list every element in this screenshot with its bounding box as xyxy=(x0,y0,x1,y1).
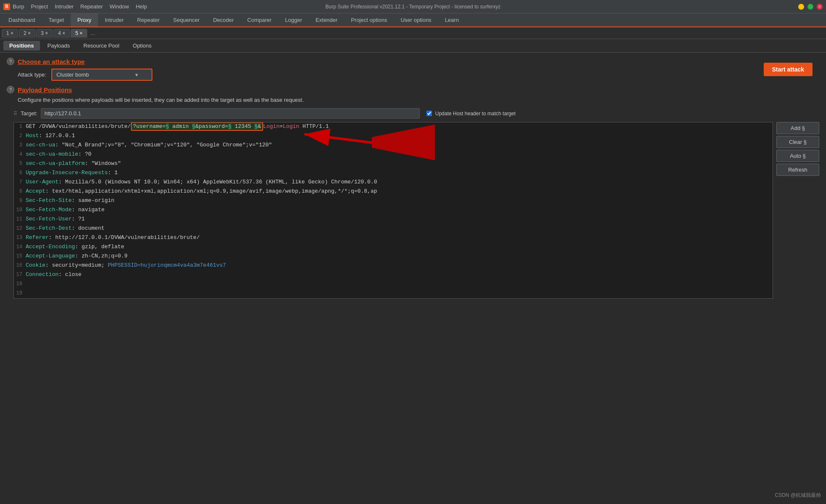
section-tab-options[interactable]: Options xyxy=(127,41,157,50)
window-controls: － □ ✕ xyxy=(798,4,823,10)
tab-logger[interactable]: Logger xyxy=(278,13,309,27)
close-button[interactable]: ✕ xyxy=(817,4,823,10)
request-line: 11 Sec-Fetch-User: ?1 xyxy=(14,215,773,224)
attack-type-select[interactable]: Cluster bomb ▼ xyxy=(51,69,152,81)
payload-positions-description: Configure the positions where payloads w… xyxy=(18,97,819,103)
menu-intruder[interactable]: Intruder xyxy=(55,3,74,10)
auto-section-button[interactable]: Auto § xyxy=(776,150,819,162)
request-line: 1 GET /DVWA/vulnerabilities/brute/?usern… xyxy=(14,122,773,132)
sub-tab-2[interactable]: 2 × xyxy=(19,29,35,37)
sidebar-buttons: Add § Clear § Auto § Refresh xyxy=(773,122,819,299)
line-number: 16 xyxy=(14,262,26,268)
menu-repeater[interactable]: Repeater xyxy=(80,3,103,10)
section-tab-payloads[interactable]: Payloads xyxy=(42,41,76,50)
request-editor[interactable]: 1 GET /DVWA/vulnerabilities/brute/?usern… xyxy=(13,122,773,299)
menu-window[interactable]: Window xyxy=(109,3,129,10)
refresh-button[interactable]: Refresh xyxy=(776,164,819,176)
sub-tab-4[interactable]: 4 × xyxy=(53,29,70,37)
payload-positions-help-icon[interactable]: ? xyxy=(7,86,14,93)
watermark: CSDN @杭城我最帅 xyxy=(775,492,821,499)
request-line: 9 Sec-Fetch-Site: same-origin xyxy=(14,196,773,206)
maximize-button[interactable]: □ xyxy=(807,4,813,10)
line-number: 18 xyxy=(14,280,26,287)
editor-area: 1 GET /DVWA/vulnerabilities/brute/?usern… xyxy=(13,122,819,299)
request-line: 3 sec-ch-ua: "Not_A Brand";v="8", "Chrom… xyxy=(14,141,773,150)
tab-intruder[interactable]: Intruder xyxy=(98,13,131,27)
request-line: 19 xyxy=(14,289,773,298)
request-line: 13 Referer: http://127.0.0.1/DVWA/vulner… xyxy=(14,233,773,243)
tab-learn[interactable]: Learn xyxy=(438,13,466,27)
line-number: 17 xyxy=(14,271,26,278)
window-title: Burp Suite Professional v2021.12.1 - Tem… xyxy=(325,4,501,10)
tab-proxy[interactable]: Proxy xyxy=(71,13,98,27)
request-line: 10 Sec-Fetch-Mode: navigate xyxy=(14,206,773,215)
payload-positions-header: ? Payload Positions xyxy=(7,86,819,93)
menu-help[interactable]: Help xyxy=(136,3,147,10)
line-number: 12 xyxy=(14,225,26,231)
drag-icon: ⠿ xyxy=(13,111,17,117)
line-content: sec-ch-ua: "Not_A Brand";v="8", "Chromiu… xyxy=(26,141,272,149)
line-content: Accept-Language: zh-CN,zh;q=0.9 xyxy=(26,252,128,260)
line-number: 6 xyxy=(14,169,26,176)
attack-type-title: Choose an attack type xyxy=(18,58,85,65)
tab-project-options[interactable]: Project options xyxy=(344,13,394,27)
start-attack-button[interactable]: Start attack xyxy=(764,63,813,76)
update-host-checkbox[interactable] xyxy=(426,111,432,116)
request-line: 16 Cookie: security=medium; PHPSESSID=hu… xyxy=(14,261,773,271)
line-content: Sec-Fetch-Dest: document xyxy=(26,225,104,232)
sub-tab-more[interactable]: ... xyxy=(88,29,98,37)
sub-tab-5[interactable]: 5 × xyxy=(71,29,87,37)
request-line: 7 User-Agent: Mozilla/5.0 (Windows NT 10… xyxy=(14,178,773,187)
section-tabs: Positions Payloads Resource Pool Options xyxy=(0,39,826,53)
target-row: ⠿ Target: Update Host header to match ta… xyxy=(13,108,819,119)
line-number: 1 xyxy=(14,123,26,130)
request-line: 17 Connection: close xyxy=(14,271,773,280)
line-content: Connection: close xyxy=(26,271,82,279)
sub-tab-3[interactable]: 3 × xyxy=(36,29,53,37)
tab-comparer[interactable]: Comparer xyxy=(240,13,278,27)
attack-type-value: Cluster bomb xyxy=(56,72,89,78)
tab-extender[interactable]: Extender xyxy=(309,13,344,27)
tab-target[interactable]: Target xyxy=(42,13,71,27)
menu-burp[interactable]: Burp xyxy=(13,3,24,10)
payload-positions-section: ? Payload Positions Configure the positi… xyxy=(7,86,819,299)
minimize-button[interactable]: － xyxy=(798,4,804,10)
attack-type-header: ? Choose an attack type xyxy=(7,58,819,65)
tab-user-options[interactable]: User options xyxy=(394,13,438,27)
main-nav: Dashboard Target Proxy Intruder Repeater… xyxy=(0,13,826,27)
attack-type-help-icon[interactable]: ? xyxy=(7,58,14,65)
attack-type-select-wrapper: Cluster bomb ▼ xyxy=(51,69,152,81)
line-number: 19 xyxy=(14,289,26,296)
line-content xyxy=(26,289,29,297)
line-content: User-Agent: Mozilla/5.0 (Windows NT 10.0… xyxy=(26,178,377,186)
payload-positions-title: Payload Positions xyxy=(18,86,72,93)
line-number: 8 xyxy=(14,188,26,194)
content-area: Start attack ? Choose an attack type Att… xyxy=(0,53,826,304)
tab-decoder[interactable]: Decoder xyxy=(206,13,240,27)
section-tab-resource-pool[interactable]: Resource Pool xyxy=(77,41,125,50)
chevron-down-icon: ▼ xyxy=(134,72,139,77)
section-tab-positions[interactable]: Positions xyxy=(3,41,40,50)
add-section-button[interactable]: Add § xyxy=(776,122,819,134)
line-number: 10 xyxy=(14,206,26,213)
tab-repeater[interactable]: Repeater xyxy=(131,13,166,27)
line-number: 7 xyxy=(14,178,26,185)
line-number: 11 xyxy=(14,215,26,222)
line-number: 2 xyxy=(14,132,26,139)
line-content: Accept-Encoding: gzip, deflate xyxy=(26,243,124,251)
line-content: Referer: http://127.0.0.1/DVWA/vulnerabi… xyxy=(26,234,200,241)
line-content: Sec-Fetch-Site: same-origin xyxy=(26,197,115,204)
line-content: Accept: text/html,application/xhtml+xml,… xyxy=(26,188,377,195)
line-number: 9 xyxy=(14,197,26,204)
line-number: 14 xyxy=(14,243,26,250)
sub-tab-1[interactable]: 1 × xyxy=(2,29,18,37)
line-number: 15 xyxy=(14,252,26,259)
clear-section-button[interactable]: Clear § xyxy=(776,136,819,148)
line-content: Sec-Fetch-User: ?1 xyxy=(26,215,85,223)
tab-dashboard[interactable]: Dashboard xyxy=(2,13,42,27)
tab-sequencer[interactable]: Sequencer xyxy=(166,13,206,27)
title-bar: B Burp Project Intruder Repeater Window … xyxy=(0,0,826,13)
menu-project[interactable]: Project xyxy=(31,3,48,10)
target-input[interactable] xyxy=(41,108,420,119)
line-content: Cookie: security=medium; PHPSESSID=hujor… xyxy=(26,262,226,269)
